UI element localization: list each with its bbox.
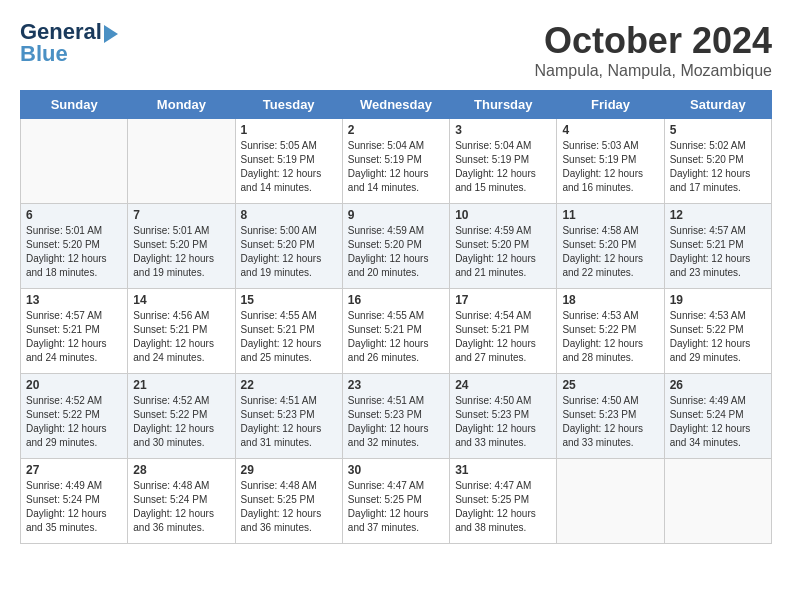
calendar-week-row: 13Sunrise: 4:57 AM Sunset: 5:21 PM Dayli… (21, 289, 772, 374)
day-info: Sunrise: 5:01 AM Sunset: 5:20 PM Dayligh… (133, 224, 229, 280)
day-number: 28 (133, 463, 229, 477)
day-number: 9 (348, 208, 444, 222)
day-info: Sunrise: 5:04 AM Sunset: 5:19 PM Dayligh… (455, 139, 551, 195)
day-info: Sunrise: 4:48 AM Sunset: 5:25 PM Dayligh… (241, 479, 337, 535)
calendar-cell: 4Sunrise: 5:03 AM Sunset: 5:19 PM Daylig… (557, 119, 664, 204)
day-number: 21 (133, 378, 229, 392)
calendar-cell: 2Sunrise: 5:04 AM Sunset: 5:19 PM Daylig… (342, 119, 449, 204)
calendar-cell: 29Sunrise: 4:48 AM Sunset: 5:25 PM Dayli… (235, 459, 342, 544)
day-info: Sunrise: 4:58 AM Sunset: 5:20 PM Dayligh… (562, 224, 658, 280)
day-number: 20 (26, 378, 122, 392)
day-number: 1 (241, 123, 337, 137)
day-info: Sunrise: 4:53 AM Sunset: 5:22 PM Dayligh… (670, 309, 766, 365)
calendar-table: SundayMondayTuesdayWednesdayThursdayFrid… (20, 90, 772, 544)
day-info: Sunrise: 5:01 AM Sunset: 5:20 PM Dayligh… (26, 224, 122, 280)
calendar-cell: 10Sunrise: 4:59 AM Sunset: 5:20 PM Dayli… (450, 204, 557, 289)
day-info: Sunrise: 4:47 AM Sunset: 5:25 PM Dayligh… (348, 479, 444, 535)
day-of-week-header: Wednesday (342, 91, 449, 119)
day-info: Sunrise: 4:51 AM Sunset: 5:23 PM Dayligh… (348, 394, 444, 450)
calendar-cell: 5Sunrise: 5:02 AM Sunset: 5:20 PM Daylig… (664, 119, 771, 204)
day-info: Sunrise: 4:49 AM Sunset: 5:24 PM Dayligh… (26, 479, 122, 535)
day-number: 31 (455, 463, 551, 477)
day-number: 4 (562, 123, 658, 137)
day-number: 27 (26, 463, 122, 477)
day-info: Sunrise: 4:47 AM Sunset: 5:25 PM Dayligh… (455, 479, 551, 535)
day-number: 10 (455, 208, 551, 222)
page-header: General Blue October 2024 Nampula, Nampu… (20, 20, 772, 80)
day-info: Sunrise: 4:50 AM Sunset: 5:23 PM Dayligh… (562, 394, 658, 450)
day-number: 26 (670, 378, 766, 392)
calendar-cell: 21Sunrise: 4:52 AM Sunset: 5:22 PM Dayli… (128, 374, 235, 459)
day-number: 19 (670, 293, 766, 307)
day-of-week-header: Friday (557, 91, 664, 119)
day-number: 12 (670, 208, 766, 222)
day-info: Sunrise: 5:02 AM Sunset: 5:20 PM Dayligh… (670, 139, 766, 195)
calendar-cell: 22Sunrise: 4:51 AM Sunset: 5:23 PM Dayli… (235, 374, 342, 459)
calendar-cell (128, 119, 235, 204)
calendar-week-row: 27Sunrise: 4:49 AM Sunset: 5:24 PM Dayli… (21, 459, 772, 544)
day-info: Sunrise: 4:59 AM Sunset: 5:20 PM Dayligh… (348, 224, 444, 280)
day-info: Sunrise: 5:05 AM Sunset: 5:19 PM Dayligh… (241, 139, 337, 195)
day-number: 23 (348, 378, 444, 392)
logo-text-blue: Blue (20, 42, 68, 66)
day-number: 25 (562, 378, 658, 392)
calendar-cell (557, 459, 664, 544)
day-number: 30 (348, 463, 444, 477)
calendar-cell: 12Sunrise: 4:57 AM Sunset: 5:21 PM Dayli… (664, 204, 771, 289)
calendar-cell: 3Sunrise: 5:04 AM Sunset: 5:19 PM Daylig… (450, 119, 557, 204)
calendar-cell: 9Sunrise: 4:59 AM Sunset: 5:20 PM Daylig… (342, 204, 449, 289)
day-info: Sunrise: 4:56 AM Sunset: 5:21 PM Dayligh… (133, 309, 229, 365)
calendar-cell: 31Sunrise: 4:47 AM Sunset: 5:25 PM Dayli… (450, 459, 557, 544)
day-number: 18 (562, 293, 658, 307)
day-info: Sunrise: 4:59 AM Sunset: 5:20 PM Dayligh… (455, 224, 551, 280)
day-info: Sunrise: 4:55 AM Sunset: 5:21 PM Dayligh… (241, 309, 337, 365)
day-info: Sunrise: 4:54 AM Sunset: 5:21 PM Dayligh… (455, 309, 551, 365)
logo-arrow-icon (104, 25, 118, 43)
logo: General Blue (20, 20, 118, 66)
day-info: Sunrise: 5:03 AM Sunset: 5:19 PM Dayligh… (562, 139, 658, 195)
day-of-week-header: Tuesday (235, 91, 342, 119)
month-title: October 2024 (535, 20, 772, 62)
day-number: 8 (241, 208, 337, 222)
title-block: October 2024 Nampula, Nampula, Mozambiqu… (535, 20, 772, 80)
calendar-cell: 18Sunrise: 4:53 AM Sunset: 5:22 PM Dayli… (557, 289, 664, 374)
day-number: 3 (455, 123, 551, 137)
calendar-cell: 24Sunrise: 4:50 AM Sunset: 5:23 PM Dayli… (450, 374, 557, 459)
day-info: Sunrise: 4:49 AM Sunset: 5:24 PM Dayligh… (670, 394, 766, 450)
day-number: 24 (455, 378, 551, 392)
day-of-week-header: Thursday (450, 91, 557, 119)
calendar-cell: 1Sunrise: 5:05 AM Sunset: 5:19 PM Daylig… (235, 119, 342, 204)
calendar-cell: 15Sunrise: 4:55 AM Sunset: 5:21 PM Dayli… (235, 289, 342, 374)
day-info: Sunrise: 4:52 AM Sunset: 5:22 PM Dayligh… (26, 394, 122, 450)
calendar-cell: 16Sunrise: 4:55 AM Sunset: 5:21 PM Dayli… (342, 289, 449, 374)
day-info: Sunrise: 4:50 AM Sunset: 5:23 PM Dayligh… (455, 394, 551, 450)
calendar-cell: 23Sunrise: 4:51 AM Sunset: 5:23 PM Dayli… (342, 374, 449, 459)
day-info: Sunrise: 4:57 AM Sunset: 5:21 PM Dayligh… (26, 309, 122, 365)
day-info: Sunrise: 4:53 AM Sunset: 5:22 PM Dayligh… (562, 309, 658, 365)
day-number: 6 (26, 208, 122, 222)
day-number: 17 (455, 293, 551, 307)
calendar-cell: 19Sunrise: 4:53 AM Sunset: 5:22 PM Dayli… (664, 289, 771, 374)
calendar-cell: 6Sunrise: 5:01 AM Sunset: 5:20 PM Daylig… (21, 204, 128, 289)
day-info: Sunrise: 4:57 AM Sunset: 5:21 PM Dayligh… (670, 224, 766, 280)
day-number: 16 (348, 293, 444, 307)
day-info: Sunrise: 5:04 AM Sunset: 5:19 PM Dayligh… (348, 139, 444, 195)
day-of-week-header: Sunday (21, 91, 128, 119)
calendar-cell: 13Sunrise: 4:57 AM Sunset: 5:21 PM Dayli… (21, 289, 128, 374)
calendar-cell: 11Sunrise: 4:58 AM Sunset: 5:20 PM Dayli… (557, 204, 664, 289)
calendar-cell: 26Sunrise: 4:49 AM Sunset: 5:24 PM Dayli… (664, 374, 771, 459)
day-number: 11 (562, 208, 658, 222)
calendar-cell: 17Sunrise: 4:54 AM Sunset: 5:21 PM Dayli… (450, 289, 557, 374)
calendar-cell: 14Sunrise: 4:56 AM Sunset: 5:21 PM Dayli… (128, 289, 235, 374)
calendar-cell: 7Sunrise: 5:01 AM Sunset: 5:20 PM Daylig… (128, 204, 235, 289)
day-info: Sunrise: 5:00 AM Sunset: 5:20 PM Dayligh… (241, 224, 337, 280)
calendar-cell: 8Sunrise: 5:00 AM Sunset: 5:20 PM Daylig… (235, 204, 342, 289)
day-number: 22 (241, 378, 337, 392)
day-number: 29 (241, 463, 337, 477)
calendar-cell (664, 459, 771, 544)
day-number: 5 (670, 123, 766, 137)
day-info: Sunrise: 4:48 AM Sunset: 5:24 PM Dayligh… (133, 479, 229, 535)
calendar-cell: 25Sunrise: 4:50 AM Sunset: 5:23 PM Dayli… (557, 374, 664, 459)
calendar-header-row: SundayMondayTuesdayWednesdayThursdayFrid… (21, 91, 772, 119)
calendar-week-row: 1Sunrise: 5:05 AM Sunset: 5:19 PM Daylig… (21, 119, 772, 204)
